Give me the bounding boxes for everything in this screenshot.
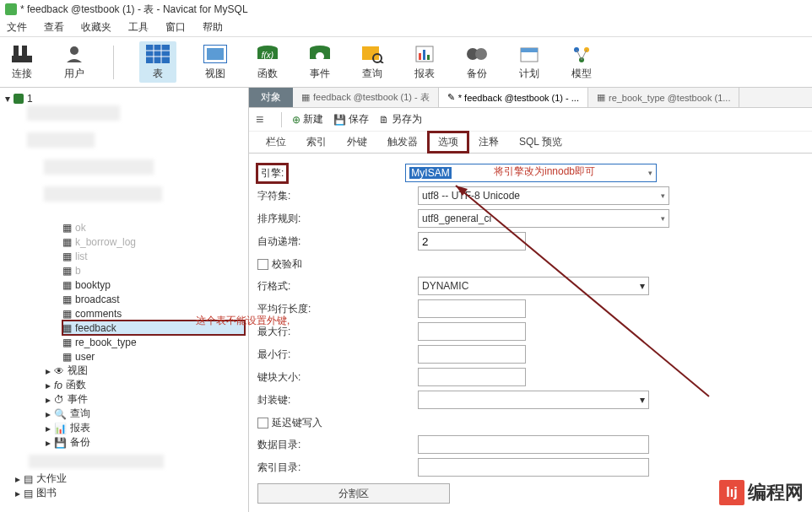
maxrow-input[interactable] xyxy=(418,322,526,341)
chevron-right-icon[interactable]: ▸ xyxy=(46,423,51,434)
table-row[interactable]: ok xyxy=(75,222,86,234)
designer-tabs: 栏位 索引 外键 触发器 选项 注释 SQL 预览 xyxy=(249,132,812,154)
keyblock-input[interactable] xyxy=(418,368,526,386)
partition-button[interactable]: 分割区 xyxy=(257,483,450,504)
tool-view[interactable]: 视图 xyxy=(202,43,229,81)
conn-label[interactable]: 1 xyxy=(27,93,33,105)
menu-bar: 文件 查看 收藏夹 工具 窗口 帮助 xyxy=(0,19,812,37)
db-row[interactable]: 图书 xyxy=(36,486,57,500)
table-icon: ▦ xyxy=(62,351,72,363)
pack-combo[interactable]: ▾ xyxy=(418,391,649,409)
tab-options[interactable]: 选项 xyxy=(428,132,468,153)
query-node-icon: 🔍 xyxy=(54,408,67,420)
object-tree[interactable]: ▾ 1 ▦ok ▦k_borrow_log ▦list ▦b ▦booktyp … xyxy=(0,88,249,512)
tool-table[interactable]: 表 xyxy=(139,41,176,83)
table-row[interactable]: comments xyxy=(75,308,122,320)
event-node-icon: ⏱ xyxy=(54,394,64,406)
menu-help[interactable]: 帮助 xyxy=(203,20,223,35)
tool-model[interactable]: 模型 xyxy=(568,43,595,81)
svg-point-3 xyxy=(70,46,78,55)
collation-combo[interactable]: utf8_general_ci▾ xyxy=(418,209,669,228)
table-row[interactable]: user xyxy=(75,351,95,363)
options-form: 引擎: MyISAM▾ 字符集: utf8 -- UTF-8 Unicode▾ … xyxy=(249,154,812,504)
tab-index[interactable]: 索引 xyxy=(296,132,337,153)
label-maxrow: 最大行: xyxy=(257,325,418,339)
autoinc-input[interactable] xyxy=(418,232,526,251)
table-icon: ▦ xyxy=(62,308,72,320)
rowformat-combo[interactable]: DYNAMIC▾ xyxy=(418,277,649,295)
tab-trigger[interactable]: 触发器 xyxy=(377,132,428,153)
objects-tab[interactable]: 对象 xyxy=(249,88,293,107)
node-view[interactable]: 视图 xyxy=(68,364,88,378)
new-button[interactable]: ⊕新建 xyxy=(292,112,323,127)
menu-favorites[interactable]: 收藏夹 xyxy=(81,20,111,35)
expand-icon[interactable]: ▾ xyxy=(5,93,10,105)
table-row[interactable]: b xyxy=(75,265,81,277)
table-row[interactable]: broadcast xyxy=(75,294,120,305)
avgrow-input[interactable] xyxy=(418,299,526,318)
save-button[interactable]: 💾保存 xyxy=(333,112,369,127)
tool-event[interactable]: 事件 xyxy=(306,43,333,81)
user-icon xyxy=(61,43,88,65)
datadir-input[interactable] xyxy=(418,435,649,454)
chevron-down-icon: ▾ xyxy=(640,394,645,406)
tool-report[interactable]: 报表 xyxy=(411,43,438,81)
node-report[interactable]: 报表 xyxy=(70,421,90,435)
engine-combo[interactable]: MyISAM▾ xyxy=(405,164,657,182)
svg-point-16 xyxy=(316,52,324,61)
tab-feedback-active[interactable]: ✎* feedback @testbook (1) - ... xyxy=(439,88,588,107)
chevron-right-icon[interactable]: ▸ xyxy=(46,380,51,391)
label-avgrow: 平均行长度: xyxy=(257,302,418,316)
table-row[interactable]: list xyxy=(75,251,88,262)
svg-rect-0 xyxy=(14,46,19,57)
backup-icon xyxy=(463,43,490,65)
window-title: * feedback @testbook (1) - 表 - Navicat f… xyxy=(20,3,248,17)
db-row[interactable]: 大作业 xyxy=(36,472,67,486)
backup-node-icon: 💾 xyxy=(54,437,67,449)
minrow-input[interactable] xyxy=(418,345,526,364)
svg-line-19 xyxy=(380,61,383,63)
chevron-right-icon[interactable]: ▸ xyxy=(46,365,51,377)
chevron-right-icon[interactable]: ▸ xyxy=(46,408,51,420)
node-func[interactable]: 函数 xyxy=(66,378,86,392)
tab-sql[interactable]: SQL 预览 xyxy=(509,132,572,153)
tool-query[interactable]: 查询 xyxy=(359,43,386,81)
menu-window[interactable]: 窗口 xyxy=(165,20,186,35)
tab-fields[interactable]: 栏位 xyxy=(256,132,296,153)
svg-rect-21 xyxy=(419,53,421,60)
table-row[interactable]: booktyp xyxy=(75,279,111,291)
menu-tools[interactable]: 工具 xyxy=(128,20,149,35)
table-icon: ▦ xyxy=(62,222,72,234)
query-icon xyxy=(359,43,386,65)
label-rowformat: 行格式: xyxy=(257,279,418,294)
delay-checkbox[interactable] xyxy=(257,418,268,428)
tab-feedback-1[interactable]: ▦feedback @testbook (1) - 表 xyxy=(293,88,439,107)
table-row[interactable]: k_borrow_log xyxy=(75,236,136,248)
table-feedback[interactable]: feedback xyxy=(75,322,116,334)
tab-comment[interactable]: 注释 xyxy=(468,132,509,153)
tab-fk[interactable]: 外键 xyxy=(337,132,377,153)
report-node-icon: 📊 xyxy=(54,423,67,434)
tool-backup[interactable]: 备份 xyxy=(463,43,490,81)
indexdir-input[interactable] xyxy=(418,458,649,477)
tool-user[interactable]: 用户 xyxy=(61,43,88,81)
node-event[interactable]: 事件 xyxy=(68,392,88,407)
node-backup[interactable]: 备份 xyxy=(70,435,90,450)
table-icon xyxy=(144,43,171,65)
tab-rebooktype[interactable]: ▦re_book_type @testbook (1... xyxy=(588,88,739,107)
chevron-right-icon[interactable]: ▸ xyxy=(46,437,51,449)
saveas-button[interactable]: 🗎另存为 xyxy=(379,112,422,127)
tool-connect[interactable]: 连接 xyxy=(8,43,35,81)
charset-combo[interactable]: utf8 -- UTF-8 Unicode▾ xyxy=(418,186,669,205)
hamburger-icon[interactable]: ≡ xyxy=(256,112,271,127)
tool-schedule[interactable]: 计划 xyxy=(516,43,543,81)
chevron-right-icon[interactable]: ▸ xyxy=(46,394,51,406)
tool-function[interactable]: f(x) 函数 xyxy=(254,43,281,81)
node-query[interactable]: 查询 xyxy=(70,407,90,421)
label-pack: 封装键: xyxy=(257,393,418,407)
checksum-checkbox[interactable] xyxy=(257,259,268,270)
menu-view[interactable]: 查看 xyxy=(44,20,64,35)
table-row[interactable]: re_book_type xyxy=(75,337,137,348)
menu-file[interactable]: 文件 xyxy=(7,20,27,35)
svg-text:f(x): f(x) xyxy=(262,51,273,60)
